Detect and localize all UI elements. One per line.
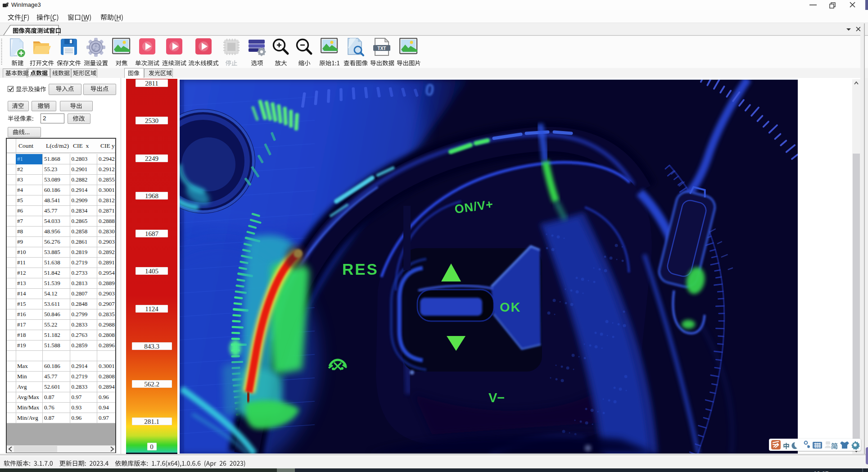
svg-text:RES: RES [342,260,379,278]
svg-text:TXT: TXT [378,46,386,51]
svg-text:OK: OK [500,300,521,314]
svg-text:V−: V− [488,390,505,405]
